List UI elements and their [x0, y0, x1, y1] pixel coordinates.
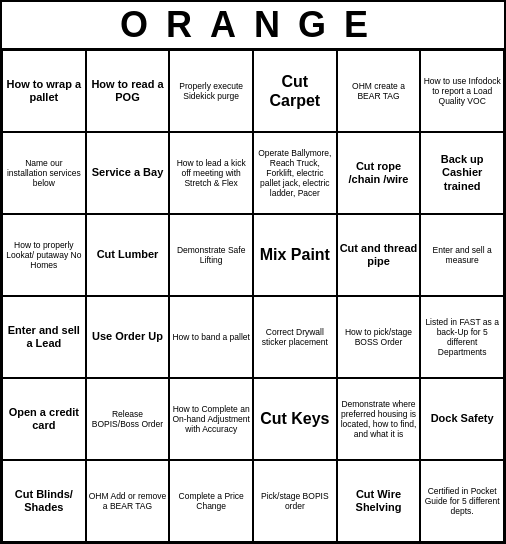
bingo-cell: Pick/stage BOPIS order: [253, 460, 337, 542]
bingo-cell: How to wrap a pallet: [2, 50, 86, 132]
bingo-cell: Release BOPIS/Boss Order: [86, 378, 170, 460]
bingo-cell: Cut and thread pipe: [337, 214, 421, 296]
bingo-cell: Mix Paint: [253, 214, 337, 296]
bingo-cell: Operate Ballymore, Reach Truck, Forklift…: [253, 132, 337, 214]
bingo-grid: How to wrap a palletHow to read a POGPro…: [0, 48, 506, 544]
bingo-card: ORANGE How to wrap a palletHow to read a…: [0, 0, 506, 544]
bingo-cell: Demonstrate Safe Lifting: [169, 214, 253, 296]
bingo-cell: Cut Carpet: [253, 50, 337, 132]
title-letter: O: [120, 4, 166, 46]
bingo-cell: Service a Bay: [86, 132, 170, 214]
bingo-cell: Certified in Pocket Guide for 5 differen…: [420, 460, 504, 542]
bingo-title: ORANGE: [0, 0, 506, 48]
title-letter: A: [210, 4, 254, 46]
bingo-cell: OHM create a BEAR TAG: [337, 50, 421, 132]
bingo-cell: Dock Safety: [420, 378, 504, 460]
bingo-cell: Demonstrate where preferred housing is l…: [337, 378, 421, 460]
bingo-cell: Cut rope /chain /wire: [337, 132, 421, 214]
title-letter: R: [166, 4, 210, 46]
bingo-cell: Cut Lumber: [86, 214, 170, 296]
bingo-cell: Complete a Price Change: [169, 460, 253, 542]
bingo-cell: Cut Blinds/ Shades: [2, 460, 86, 542]
bingo-cell: How to band a pallet: [169, 296, 253, 378]
bingo-cell: How to read a POG: [86, 50, 170, 132]
bingo-cell: Cut Keys: [253, 378, 337, 460]
title-letter: E: [344, 4, 386, 46]
bingo-cell: Cut Wire Shelving: [337, 460, 421, 542]
title-letter: N: [254, 4, 298, 46]
bingo-cell: How to pick/stage BOSS Order: [337, 296, 421, 378]
bingo-cell: OHM Add or remove a BEAR TAG: [86, 460, 170, 542]
bingo-cell: Enter and sell a Lead: [2, 296, 86, 378]
bingo-cell: How to use Infodock to report a Load Qua…: [420, 50, 504, 132]
title-letter: G: [298, 4, 344, 46]
bingo-cell: How to lead a kick off meeting with Stre…: [169, 132, 253, 214]
bingo-cell: Name our installation services below: [2, 132, 86, 214]
bingo-cell: How to Complete an On-hand Adjustment wi…: [169, 378, 253, 460]
bingo-cell: Properly execute Sidekick purge: [169, 50, 253, 132]
bingo-cell: Use Order Up: [86, 296, 170, 378]
bingo-cell: Enter and sell a measure: [420, 214, 504, 296]
bingo-cell: Listed in FAST as a back-Up for 5 differ…: [420, 296, 504, 378]
bingo-cell: Open a credit card: [2, 378, 86, 460]
bingo-cell: Correct Drywall sticker placement: [253, 296, 337, 378]
bingo-cell: How to properly Lookat/ putaway No Homes: [2, 214, 86, 296]
bingo-cell: Back up Cashier trained: [420, 132, 504, 214]
